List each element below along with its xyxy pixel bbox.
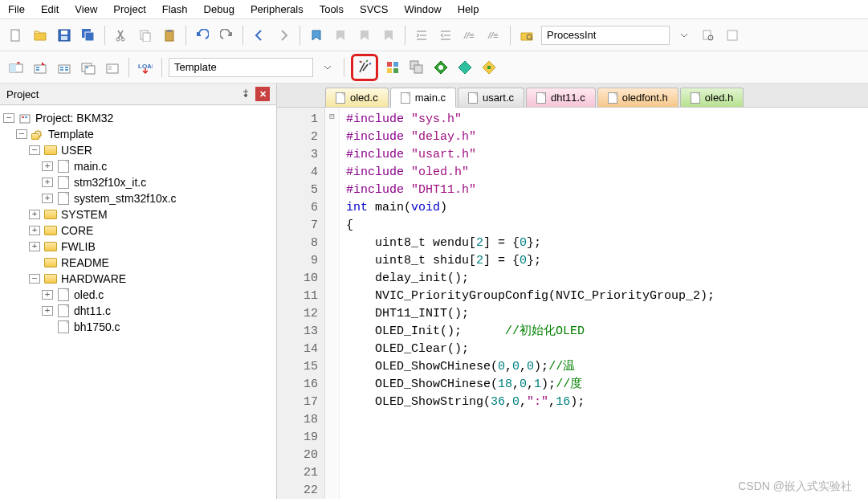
svg-rect-11 <box>167 30 172 32</box>
tree-hardware-folder[interactable]: −HARDWARE <box>29 271 273 287</box>
pin-icon[interactable] <box>239 87 252 100</box>
svg-point-37 <box>369 63 371 64</box>
fold-column[interactable]: ⊟ <box>325 108 340 499</box>
svg-rect-46 <box>20 115 30 123</box>
file-icon <box>608 92 617 104</box>
search-input[interactable] <box>541 26 670 45</box>
tree-template[interactable]: −⚙Template <box>16 126 273 142</box>
file-icon <box>336 92 345 104</box>
target-select[interactable] <box>169 58 313 77</box>
main-area: Project ✕ −Project: BKM32 −⚙Template −US… <box>0 84 868 499</box>
menu-svcs[interactable]: SVCS <box>360 3 388 15</box>
select-packs-icon[interactable] <box>455 58 475 77</box>
tree-user-folder[interactable]: −USER <box>29 142 273 158</box>
find-icon[interactable] <box>517 26 536 45</box>
target-dropdown-icon[interactable] <box>318 58 337 77</box>
download-icon[interactable]: LOAD <box>136 58 155 77</box>
menu-edit[interactable]: Edit <box>41 3 59 15</box>
toolbar-1: //≡ //≡ <box>0 19 868 51</box>
code-content[interactable]: #include "sys.h"#include "delay.h"#inclu… <box>340 108 868 499</box>
tree-root[interactable]: −Project: BKM32 <box>3 110 273 126</box>
bookmark-toggle-icon[interactable] <box>307 26 326 45</box>
save-icon[interactable] <box>55 26 74 45</box>
svg-rect-45 <box>487 66 491 69</box>
tree-core-folder[interactable]: +CORE <box>29 222 273 239</box>
manage-rte-icon[interactable] <box>431 58 450 77</box>
tab-oledfont-h[interactable]: oledfont.h <box>597 88 679 107</box>
tree-file[interactable]: +stm32f10x_it.c <box>42 174 273 190</box>
tree-file[interactable]: +main.c <box>42 158 273 174</box>
tree-file[interactable]: +oled.c <box>42 287 273 303</box>
options-highlighted <box>351 54 378 81</box>
menu-view[interactable]: View <box>75 3 97 15</box>
outdent-icon[interactable] <box>436 26 455 45</box>
stop-build-icon[interactable] <box>103 58 122 77</box>
undo-icon[interactable] <box>193 26 212 45</box>
rebuild-icon[interactable] <box>55 58 74 77</box>
copy-icon[interactable] <box>136 26 155 45</box>
project-tree[interactable]: −Project: BKM32 −⚙Template −USER +main.c… <box>0 105 276 499</box>
code-editor[interactable]: 123456789101112131415161718192021222324 … <box>277 108 868 499</box>
menu-project[interactable]: Project <box>113 3 145 15</box>
save-all-icon[interactable] <box>79 26 98 45</box>
tab-usart-c[interactable]: usart.c <box>458 88 524 107</box>
bookmark-clear-icon[interactable] <box>379 26 398 45</box>
find-in-files-icon[interactable] <box>699 26 718 45</box>
file-icon <box>468 92 478 104</box>
svg-rect-2 <box>61 31 67 35</box>
svg-rect-24 <box>60 67 63 68</box>
multi-project-icon[interactable] <box>407 58 426 77</box>
tree-fwlib-folder[interactable]: +FWLIB <box>29 239 273 255</box>
svg-rect-32 <box>108 66 112 67</box>
tree-file[interactable]: bh1750.c <box>42 319 273 335</box>
tab-dht11-c[interactable]: dht11.c <box>526 88 596 107</box>
pack-installer-icon[interactable] <box>479 58 499 77</box>
search-dropdown-icon[interactable] <box>674 26 694 45</box>
svg-rect-43 <box>414 65 422 73</box>
build-target-icon[interactable] <box>31 58 50 77</box>
bookmark-next-icon[interactable] <box>355 26 374 45</box>
svg-rect-25 <box>65 67 68 68</box>
close-panel-icon[interactable]: ✕ <box>255 87 270 101</box>
indent-icon[interactable] <box>412 26 431 45</box>
file-icon <box>401 92 410 104</box>
new-file-icon[interactable] <box>6 26 26 45</box>
menu-flash[interactable]: Flash <box>162 3 188 15</box>
editor-tabs: oled.cmain.cusart.cdht11.coledfont.holed… <box>277 84 868 108</box>
menu-file[interactable]: File <box>8 3 25 15</box>
toolbar-2: LOAD <box>0 51 868 84</box>
tree-file[interactable]: +dht11.c <box>42 303 273 319</box>
manage-project-icon[interactable] <box>383 58 402 77</box>
nav-forward-icon[interactable] <box>274 26 293 45</box>
svg-rect-47 <box>22 116 24 118</box>
open-folder-icon[interactable] <box>31 26 50 45</box>
menu-help[interactable]: Help <box>458 3 479 15</box>
menu-tools[interactable]: Tools <box>320 3 344 15</box>
svg-rect-19 <box>10 64 16 72</box>
svg-rect-17 <box>727 31 737 40</box>
tab-oled-h[interactable]: oled.h <box>680 88 744 107</box>
watermark: CSDN @嵌入式实验社 <box>738 480 852 494</box>
incremental-find-icon[interactable] <box>723 26 742 45</box>
tab-oled-c[interactable]: oled.c <box>325 88 389 107</box>
project-panel-title: Project <box>6 88 39 100</box>
paste-icon[interactable] <box>160 26 179 45</box>
tab-main-c[interactable]: main.c <box>390 88 456 108</box>
svg-text://≡: //≡ <box>463 31 475 40</box>
batch-build-icon[interactable] <box>79 58 98 77</box>
menu-window[interactable]: Window <box>404 3 441 15</box>
nav-back-icon[interactable] <box>250 26 269 45</box>
target-options-icon[interactable] <box>355 58 374 77</box>
redo-icon[interactable] <box>217 26 236 45</box>
svg-point-36 <box>366 60 368 62</box>
bookmark-prev-icon[interactable] <box>331 26 350 45</box>
uncomment-icon[interactable]: //≡ <box>484 26 503 45</box>
translate-icon[interactable] <box>6 58 26 77</box>
tree-file[interactable]: +system_stm32f10x.c <box>42 190 273 206</box>
menu-debug[interactable]: Debug <box>204 3 234 15</box>
tree-readme-folder[interactable]: README <box>29 255 273 271</box>
menu-peripherals[interactable]: Peripherals <box>251 3 304 15</box>
cut-icon[interactable] <box>112 26 131 45</box>
comment-icon[interactable]: //≡ <box>460 26 479 45</box>
tree-system-folder[interactable]: +SYSTEM <box>29 206 273 222</box>
